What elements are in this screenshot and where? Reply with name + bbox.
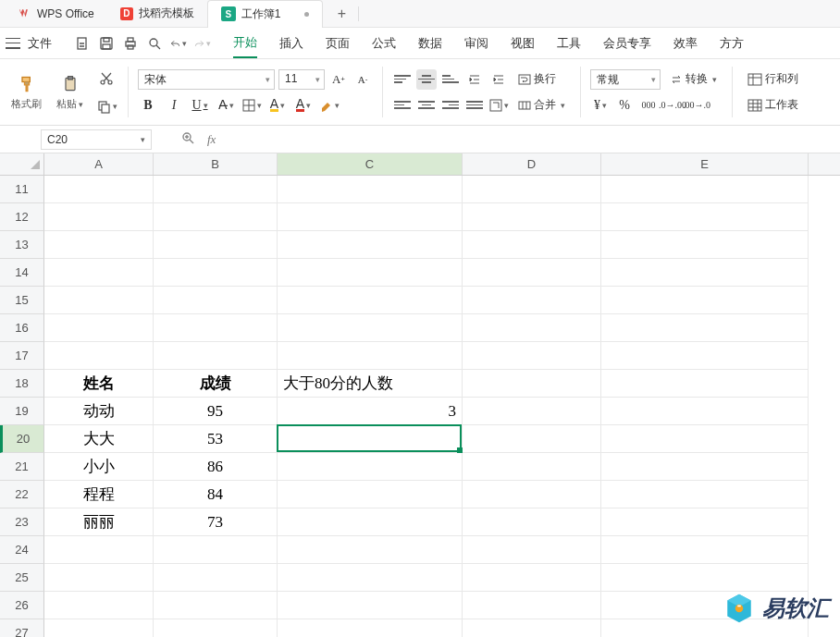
column-header-B[interactable]: B (154, 153, 278, 175)
cell-A13[interactable] (44, 231, 154, 259)
tab-formula[interactable]: 公式 (372, 30, 396, 57)
column-header-A[interactable]: A (44, 153, 154, 175)
row-header-20[interactable]: 20 (0, 425, 44, 453)
tab-efficiency[interactable]: 效率 (673, 30, 698, 57)
cell-A15[interactable] (44, 287, 154, 314)
row-header-19[interactable]: 19 (0, 398, 44, 425)
cell-B14[interactable] (154, 259, 278, 287)
cell-D11[interactable] (463, 176, 601, 203)
undo-button[interactable]: ▾ (170, 35, 187, 52)
cell-E18[interactable] (601, 370, 809, 398)
cell-A23[interactable]: 丽丽 (44, 508, 154, 536)
bold-button[interactable]: B (138, 95, 158, 116)
valign-bot-button[interactable] (440, 69, 461, 90)
cell-C12[interactable] (278, 203, 463, 231)
row-header-14[interactable]: 14 (0, 259, 44, 287)
cell-C20[interactable] (278, 425, 463, 453)
tab-review[interactable]: 审阅 (464, 30, 488, 57)
cell-B23[interactable]: 73 (154, 508, 278, 536)
column-header-E[interactable]: E (601, 153, 809, 175)
app-tab-docer[interactable]: D 找稻壳模板 (107, 0, 207, 28)
cell-D16[interactable] (463, 314, 601, 342)
decrease-font-button[interactable]: A- (352, 69, 373, 90)
cell-B13[interactable] (154, 231, 278, 259)
app-tab-wps[interactable]: WPS Office (6, 0, 107, 28)
cell-D24[interactable] (463, 536, 601, 564)
row-col-button[interactable]: 行和列 (742, 69, 804, 90)
cell-D25[interactable] (463, 564, 601, 592)
formula-input[interactable] (221, 129, 840, 150)
cell-C22[interactable] (278, 481, 463, 508)
fill-color-button[interactable]: A▾ (267, 95, 288, 116)
print-button[interactable] (122, 35, 139, 52)
fx-button[interactable]: fx (207, 132, 216, 147)
tab-home[interactable]: 开始 (233, 29, 257, 58)
cell-C25[interactable] (278, 564, 463, 592)
cell-E16[interactable] (601, 314, 809, 342)
cell-A11[interactable] (44, 176, 154, 203)
cell-B25[interactable] (154, 564, 278, 592)
cell-B24[interactable] (154, 536, 278, 564)
indent-inc-button[interactable] (488, 69, 509, 90)
format-painter-button[interactable]: 格式刷 (7, 63, 45, 121)
cut-button[interactable] (94, 67, 118, 90)
cell-C14[interactable] (278, 259, 463, 287)
cell-C16[interactable] (278, 314, 463, 342)
highlight-button[interactable]: ▾ (319, 95, 340, 116)
print-preview-button[interactable] (146, 35, 163, 52)
halign-right-button[interactable] (440, 95, 461, 116)
select-all-corner[interactable] (0, 153, 44, 175)
cell-B12[interactable] (154, 203, 278, 231)
cell-D14[interactable] (463, 259, 601, 287)
convert-button[interactable]: 转换▾ (664, 69, 723, 90)
increase-font-button[interactable]: A+ (328, 69, 349, 90)
cell-D15[interactable] (463, 287, 601, 314)
cell-D17[interactable] (463, 342, 601, 370)
cell-C21[interactable] (278, 453, 463, 481)
cell-A18[interactable]: 姓名 (44, 370, 154, 398)
app-tab-workbook[interactable]: S 工作簿1 (207, 0, 324, 28)
cell-B17[interactable] (154, 342, 278, 370)
cell-B21[interactable]: 86 (154, 453, 278, 481)
new-doc-button[interactable] (74, 35, 91, 52)
cell-E14[interactable] (601, 259, 809, 287)
cell-D20[interactable] (463, 425, 601, 453)
cell-C27[interactable] (278, 619, 463, 637)
cell-E20[interactable] (601, 425, 809, 453)
cell-D18[interactable] (463, 370, 601, 398)
name-box[interactable]: C20 ▾ (41, 129, 152, 150)
currency-button[interactable]: ¥▾ (590, 95, 611, 116)
cell-B22[interactable]: 84 (154, 481, 278, 508)
tab-insert[interactable]: 插入 (279, 30, 303, 57)
valign-top-button[interactable] (392, 69, 413, 90)
merge-button[interactable]: 合并▾ (513, 95, 571, 116)
row-header-16[interactable]: 16 (0, 314, 44, 342)
tab-tools[interactable]: 工具 (557, 30, 581, 57)
font-color-button[interactable]: A▾ (293, 95, 314, 116)
cell-C13[interactable] (278, 231, 463, 259)
cell-A17[interactable] (44, 342, 154, 370)
italic-button[interactable]: I (164, 95, 184, 116)
cell-A12[interactable] (44, 203, 154, 231)
row-header-27[interactable]: 27 (0, 619, 44, 637)
save-button[interactable] (98, 35, 115, 52)
cell-C15[interactable] (278, 287, 463, 314)
paste-button[interactable]: 粘贴▾ (53, 63, 87, 121)
font-size-select[interactable]: 11▾ (278, 69, 325, 90)
worksheet-button[interactable]: 工作表 (742, 95, 804, 116)
cell-E19[interactable] (601, 398, 809, 425)
decimal-dec-button[interactable]: .00→.0 (686, 95, 707, 116)
row-header-26[interactable]: 26 (0, 592, 44, 619)
halign-justify-button[interactable] (464, 95, 485, 116)
cell-B16[interactable] (154, 314, 278, 342)
cell-A14[interactable] (44, 259, 154, 287)
font-name-select[interactable]: 宋体▾ (138, 69, 275, 90)
cell-E11[interactable] (601, 176, 809, 203)
row-header-25[interactable]: 25 (0, 564, 44, 592)
row-header-23[interactable]: 23 (0, 508, 44, 536)
percent-button[interactable]: % (614, 95, 635, 116)
tab-page[interactable]: 页面 (326, 30, 350, 57)
decimal-inc-button[interactable]: .0→.00 (662, 95, 683, 116)
cell-C19[interactable]: 3 (278, 398, 463, 425)
cell-A25[interactable] (44, 564, 154, 592)
